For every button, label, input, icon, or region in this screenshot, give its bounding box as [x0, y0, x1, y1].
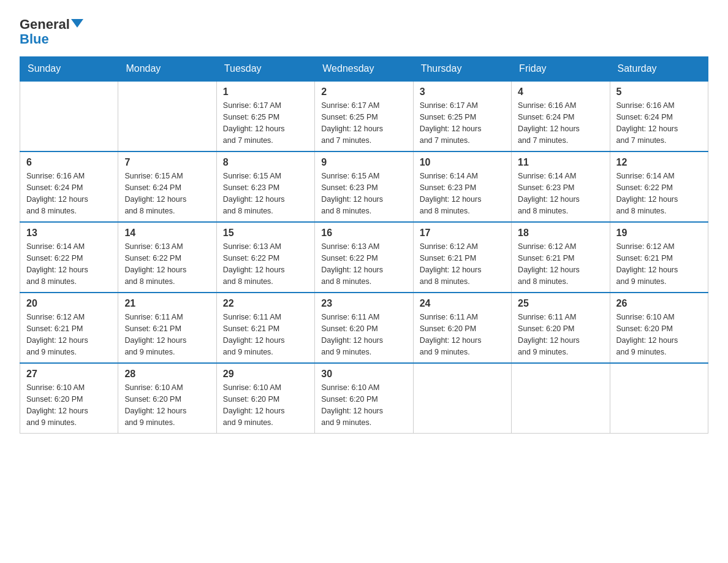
day-info: Sunrise: 6:12 AMSunset: 6:21 PMDaylight:… — [518, 241, 603, 287]
day-number: 8 — [223, 157, 308, 168]
day-info: Sunrise: 6:16 AMSunset: 6:24 PMDaylight:… — [518, 100, 603, 146]
day-number: 18 — [518, 228, 603, 239]
day-number: 28 — [124, 369, 210, 380]
calendar-cell: 28Sunrise: 6:10 AMSunset: 6:20 PMDayligh… — [118, 363, 216, 434]
day-info: Sunrise: 6:11 AMSunset: 6:20 PMDaylight:… — [518, 312, 603, 358]
day-info: Sunrise: 6:11 AMSunset: 6:21 PMDaylight:… — [223, 312, 308, 358]
day-info: Sunrise: 6:15 AMSunset: 6:23 PMDaylight:… — [321, 170, 406, 216]
day-number: 12 — [616, 157, 702, 168]
day-number: 7 — [124, 157, 210, 168]
day-info: Sunrise: 6:14 AMSunset: 6:22 PMDaylight:… — [26, 241, 112, 287]
day-number: 2 — [321, 86, 406, 98]
col-header-tuesday: Tuesday — [216, 57, 314, 82]
calendar-cell: 15Sunrise: 6:13 AMSunset: 6:22 PMDayligh… — [216, 222, 314, 293]
day-number: 24 — [420, 298, 505, 309]
calendar-cell: 16Sunrise: 6:13 AMSunset: 6:22 PMDayligh… — [315, 222, 413, 293]
calendar-cell: 21Sunrise: 6:11 AMSunset: 6:21 PMDayligh… — [118, 293, 216, 363]
day-info: Sunrise: 6:10 AMSunset: 6:20 PMDaylight:… — [223, 382, 308, 428]
logo-triangle-icon — [71, 19, 83, 28]
calendar-cell — [610, 363, 708, 434]
calendar-cell — [20, 81, 118, 151]
calendar-cell: 18Sunrise: 6:12 AMSunset: 6:21 PMDayligh… — [512, 222, 610, 293]
day-number: 30 — [321, 369, 406, 380]
day-number: 3 — [420, 86, 505, 98]
calendar-cell — [512, 363, 610, 434]
day-info: Sunrise: 6:16 AMSunset: 6:24 PMDaylight:… — [26, 170, 112, 216]
day-number: 29 — [223, 369, 308, 380]
calendar-cell: 13Sunrise: 6:14 AMSunset: 6:22 PMDayligh… — [20, 222, 118, 293]
calendar-cell: 17Sunrise: 6:12 AMSunset: 6:21 PMDayligh… — [413, 222, 511, 293]
calendar-cell: 22Sunrise: 6:11 AMSunset: 6:21 PMDayligh… — [216, 293, 314, 363]
day-info: Sunrise: 6:10 AMSunset: 6:20 PMDaylight:… — [26, 382, 112, 428]
logo: GeneralBlue — [20, 15, 83, 47]
day-info: Sunrise: 6:11 AMSunset: 6:21 PMDaylight:… — [124, 312, 210, 358]
week-row-4: 20Sunrise: 6:12 AMSunset: 6:21 PMDayligh… — [20, 293, 708, 363]
calendar-cell: 25Sunrise: 6:11 AMSunset: 6:20 PMDayligh… — [512, 293, 610, 363]
day-info: Sunrise: 6:17 AMSunset: 6:25 PMDaylight:… — [420, 100, 505, 146]
week-row-3: 13Sunrise: 6:14 AMSunset: 6:22 PMDayligh… — [20, 222, 708, 293]
calendar-cell: 4Sunrise: 6:16 AMSunset: 6:24 PMDaylight… — [512, 81, 610, 151]
day-info: Sunrise: 6:17 AMSunset: 6:25 PMDaylight:… — [321, 100, 406, 146]
col-header-thursday: Thursday — [413, 57, 511, 82]
col-header-friday: Friday — [512, 57, 610, 82]
day-info: Sunrise: 6:10 AMSunset: 6:20 PMDaylight:… — [616, 312, 702, 358]
day-info: Sunrise: 6:10 AMSunset: 6:20 PMDaylight:… — [321, 382, 406, 428]
week-row-2: 6Sunrise: 6:16 AMSunset: 6:24 PMDaylight… — [20, 151, 708, 222]
day-number: 10 — [420, 157, 505, 168]
calendar-cell: 30Sunrise: 6:10 AMSunset: 6:20 PMDayligh… — [315, 363, 413, 434]
col-header-saturday: Saturday — [610, 57, 708, 82]
calendar-cell: 29Sunrise: 6:10 AMSunset: 6:20 PMDayligh… — [216, 363, 314, 434]
day-number: 1 — [223, 86, 308, 98]
day-number: 14 — [124, 228, 210, 239]
day-number: 20 — [26, 298, 112, 309]
day-info: Sunrise: 6:14 AMSunset: 6:23 PMDaylight:… — [420, 170, 505, 216]
col-header-monday: Monday — [118, 57, 216, 82]
day-number: 27 — [26, 369, 112, 380]
page-header: GeneralBlue — [20, 15, 708, 47]
day-info: Sunrise: 6:13 AMSunset: 6:22 PMDaylight:… — [223, 241, 308, 287]
day-number: 5 — [616, 86, 702, 98]
day-number: 17 — [420, 228, 505, 239]
week-row-1: 1Sunrise: 6:17 AMSunset: 6:25 PMDaylight… — [20, 81, 708, 151]
day-number: 21 — [124, 298, 210, 309]
calendar-cell: 14Sunrise: 6:13 AMSunset: 6:22 PMDayligh… — [118, 222, 216, 293]
calendar-cell: 1Sunrise: 6:17 AMSunset: 6:25 PMDaylight… — [216, 81, 314, 151]
day-info: Sunrise: 6:13 AMSunset: 6:22 PMDaylight:… — [124, 241, 210, 287]
calendar-cell: 23Sunrise: 6:11 AMSunset: 6:20 PMDayligh… — [315, 293, 413, 363]
day-number: 25 — [518, 298, 603, 309]
col-header-sunday: Sunday — [20, 57, 118, 82]
col-header-wednesday: Wednesday — [315, 57, 413, 82]
day-number: 4 — [518, 86, 603, 98]
calendar-table: SundayMondayTuesdayWednesdayThursdayFrid… — [20, 56, 708, 434]
day-number: 13 — [26, 228, 112, 239]
calendar-cell: 12Sunrise: 6:14 AMSunset: 6:22 PMDayligh… — [610, 151, 708, 222]
day-info: Sunrise: 6:14 AMSunset: 6:23 PMDaylight:… — [518, 170, 603, 216]
calendar-cell: 10Sunrise: 6:14 AMSunset: 6:23 PMDayligh… — [413, 151, 511, 222]
calendar-cell: 19Sunrise: 6:12 AMSunset: 6:21 PMDayligh… — [610, 222, 708, 293]
day-number: 6 — [26, 157, 112, 168]
calendar-cell: 8Sunrise: 6:15 AMSunset: 6:23 PMDaylight… — [216, 151, 314, 222]
day-number: 15 — [223, 228, 308, 239]
calendar-cell: 9Sunrise: 6:15 AMSunset: 6:23 PMDaylight… — [315, 151, 413, 222]
day-number: 23 — [321, 298, 406, 309]
calendar-cell: 6Sunrise: 6:16 AMSunset: 6:24 PMDaylight… — [20, 151, 118, 222]
calendar-cell: 3Sunrise: 6:17 AMSunset: 6:25 PMDaylight… — [413, 81, 511, 151]
day-info: Sunrise: 6:15 AMSunset: 6:23 PMDaylight:… — [223, 170, 308, 216]
calendar-cell: 20Sunrise: 6:12 AMSunset: 6:21 PMDayligh… — [20, 293, 118, 363]
calendar-cell — [413, 363, 511, 434]
day-info: Sunrise: 6:11 AMSunset: 6:20 PMDaylight:… — [321, 312, 406, 358]
calendar-cell — [118, 81, 216, 151]
day-number: 16 — [321, 228, 406, 239]
calendar-cell: 5Sunrise: 6:16 AMSunset: 6:24 PMDaylight… — [610, 81, 708, 151]
day-info: Sunrise: 6:13 AMSunset: 6:22 PMDaylight:… — [321, 241, 406, 287]
day-info: Sunrise: 6:12 AMSunset: 6:21 PMDaylight:… — [26, 312, 112, 358]
day-number: 22 — [223, 298, 308, 309]
day-info: Sunrise: 6:12 AMSunset: 6:21 PMDaylight:… — [616, 241, 702, 287]
logo-blue: Blue — [20, 31, 49, 47]
day-info: Sunrise: 6:16 AMSunset: 6:24 PMDaylight:… — [616, 100, 702, 146]
calendar-cell: 2Sunrise: 6:17 AMSunset: 6:25 PMDaylight… — [315, 81, 413, 151]
day-info: Sunrise: 6:14 AMSunset: 6:22 PMDaylight:… — [616, 170, 702, 216]
day-info: Sunrise: 6:17 AMSunset: 6:25 PMDaylight:… — [223, 100, 308, 146]
day-info: Sunrise: 6:15 AMSunset: 6:24 PMDaylight:… — [124, 170, 210, 216]
calendar-cell: 27Sunrise: 6:10 AMSunset: 6:20 PMDayligh… — [20, 363, 118, 434]
